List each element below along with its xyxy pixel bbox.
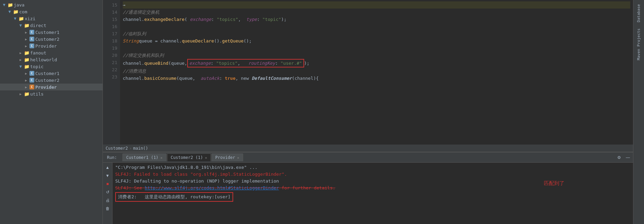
- folder-icon: 📁: [19, 16, 24, 21]
- tree-item-helloworld[interactable]: ▶ 📁 helloworld: [0, 56, 103, 63]
- code-line-19: [123, 45, 630, 52]
- class-icon: C: [29, 30, 34, 35]
- file-tree-panel: ▼ 📁 java ▼ 📁 com ▼ 📁 xizi ▼ 📁 direct: [0, 0, 103, 224]
- run-tab-provider[interactable]: Provider ✕: [212, 153, 243, 161]
- rerun-button[interactable]: ↺: [104, 189, 111, 196]
- tree-label: Customer2: [35, 78, 59, 83]
- code-comment: //消费消息: [123, 67, 146, 75]
- code-editor: 15 14 15 16 17 18 19 20 21 22 23 →: [103, 0, 633, 152]
- print-button[interactable]: 🖨: [104, 197, 111, 204]
- tree-label: Customer1: [35, 71, 59, 76]
- chevron-right-icon: ▶: [23, 36, 29, 42]
- folder-icon: 📁: [24, 91, 29, 97]
- code-line-21: channel.queueBind(queue, exchange: "topi…: [123, 59, 630, 67]
- code-comment: //通道绑定交换机: [123, 9, 159, 16]
- class-icon-orange: C: [29, 85, 34, 89]
- breadcrumb-method: main(): [133, 146, 148, 151]
- right-side-panel: Database Maven Projects: [633, 0, 644, 224]
- code-lines: → //通道绑定交换机 channel.exchangeDeclare( exc…: [120, 0, 633, 145]
- close-icon[interactable]: ✕: [237, 156, 239, 160]
- chevron-right-icon: ▶: [18, 91, 23, 97]
- console-text: "C:\Program Files\Java\jdk1.8.0_191\bin\…: [115, 164, 258, 171]
- chevron-right-icon: ▶: [23, 77, 29, 83]
- settings-button[interactable]: ⚙: [615, 154, 623, 161]
- tree-label: Customer2: [35, 37, 59, 42]
- tree-item-fanout[interactable]: ▶ 📁 fanout: [0, 49, 103, 56]
- run-up-button[interactable]: ▲: [104, 164, 111, 171]
- class-icon: C: [29, 71, 34, 76]
- code-keyword: String: [123, 37, 139, 45]
- run-tab-label: Provider: [215, 155, 235, 160]
- folder-icon: 📁: [24, 50, 29, 55]
- tree-label: direct: [30, 23, 46, 28]
- chevron-down-icon: ▼: [12, 16, 18, 21]
- tree-item-customer1-topic[interactable]: ▶ C Customer1: [0, 70, 103, 77]
- main-area: 15 14 15 16 17 18 19 20 21 22 23 →: [103, 0, 633, 224]
- line-numbers: 15 14 15 16 17 18 19 20 21 22 23: [103, 0, 120, 145]
- close-icon[interactable]: ✕: [205, 156, 207, 160]
- console-boxed-message: 消费者2: 这里是动态路由模型, routekey:[user]: [115, 192, 233, 202]
- tree-item-provider-direct[interactable]: ▶ C Provider: [0, 42, 103, 49]
- folder-icon: 📁: [13, 9, 19, 14]
- red-box-exchange: exchange: "topics", routingKey: "user.#": [187, 59, 304, 67]
- breadcrumb-class: Customer2: [106, 146, 128, 151]
- chevron-down-icon: ▼: [18, 23, 23, 28]
- chevron-right-icon: ▶: [18, 50, 23, 55]
- minimize-button[interactable]: —: [624, 154, 632, 161]
- chevron-right-icon: ▶: [23, 71, 29, 76]
- tree-label: java: [14, 2, 24, 8]
- tree-item-utils[interactable]: ▶ 📁 utils: [0, 90, 103, 97]
- tree-label: Customer1: [35, 30, 59, 35]
- breadcrumb-separator: ›: [129, 146, 132, 151]
- chevron-right-icon: ▶: [23, 43, 29, 49]
- code-text: channel.basicConsume(queue, autoAck: tru…: [123, 75, 319, 82]
- tree-item-xizi[interactable]: ▼ 📁 xizi: [0, 15, 103, 22]
- file-tree: ▼ 📁 java ▼ 📁 com ▼ 📁 xizi ▼ 📁 direct: [0, 0, 103, 224]
- tree-item-customer2-topic[interactable]: ▶ C Customer2: [0, 77, 103, 84]
- stop-button[interactable]: ■: [104, 181, 111, 187]
- class-icon: C: [29, 78, 34, 83]
- code-text: );: [304, 60, 310, 67]
- code-line-23: channel.basicConsume(queue, autoAck: tru…: [123, 75, 630, 82]
- tree-label: Provider: [35, 43, 57, 49]
- chevron-down-icon: ▼: [1, 2, 7, 8]
- console-line-5: 消费者2: 这里是动态路由模型, routekey:[user]: [115, 191, 630, 202]
- code-line-14: //通道绑定交换机: [123, 9, 630, 16]
- tree-item-com[interactable]: ▼ 📁 com: [0, 8, 103, 15]
- code-text: channel.exchangeDeclare( exchange: "topi…: [123, 16, 287, 23]
- folder-icon: 📁: [24, 64, 29, 69]
- tree-item-topic[interactable]: ▼ 📁 topic: [0, 63, 103, 70]
- run-tabs-bar: Run: Customer1 (1) ✕ Customer2 (1) ✕ Pro…: [103, 152, 633, 163]
- delete-button[interactable]: 🗑: [104, 205, 111, 212]
- close-icon[interactable]: ✕: [160, 156, 163, 160]
- tree-item-customer1-direct[interactable]: ▶ C Customer1: [0, 29, 103, 36]
- folder-icon: 📁: [24, 57, 29, 62]
- code-line-17: //临时队列: [123, 30, 630, 37]
- code-content: 15 14 15 16 17 18 19 20 21 22 23 →: [103, 0, 633, 145]
- breadcrumb: Customer2 › main(): [103, 145, 633, 152]
- bottom-panel: Run: Customer1 (1) ✕ Customer2 (1) ✕ Pro…: [103, 152, 633, 224]
- slf4j-link[interactable]: http://www.slf4j.org/codes.html#StaticLo…: [145, 185, 279, 190]
- tree-item-provider-topic[interactable]: ▶ C Provider: [0, 84, 103, 90]
- chevron-right-icon: ▶: [18, 57, 23, 62]
- code-line-16: [123, 23, 630, 30]
- run-tab-customer2[interactable]: Customer2 (1) ✕: [167, 153, 211, 161]
- code-text: channel.queueBind(queue,: [123, 60, 187, 67]
- tree-label: com: [19, 9, 27, 14]
- maven-tab[interactable]: Maven Projects: [635, 26, 642, 63]
- tree-label: utils: [30, 91, 44, 97]
- bottom-panel-body: ▲ ▼ ■ ↺ 🖨 🗑 "C:\Program Files\Java\jdk1.…: [103, 163, 633, 224]
- run-tab-customer1[interactable]: Customer1 (1) ✕: [122, 153, 166, 161]
- tree-item-java[interactable]: ▼ 📁 java: [0, 1, 103, 8]
- tree-label: Provider: [35, 85, 57, 90]
- run-down-button[interactable]: ▼: [104, 172, 111, 179]
- run-tab-label: Customer1 (1): [126, 155, 158, 160]
- tree-item-customer2-direct[interactable]: ▶ C Customer2: [0, 36, 103, 42]
- database-tab[interactable]: Database: [635, 1, 642, 25]
- tree-item-direct[interactable]: ▼ 📁 direct: [0, 22, 103, 29]
- code-line-20: //绑定交换机和队列: [123, 52, 630, 59]
- console-line-2: SLF4J: Failed to load class "org.slf4j.i…: [115, 171, 630, 178]
- code-text: queue = channel.queueDeclare().getQueue(…: [139, 37, 252, 45]
- folder-icon: 📁: [24, 23, 29, 28]
- code-line-15-arrow: →: [123, 1, 630, 9]
